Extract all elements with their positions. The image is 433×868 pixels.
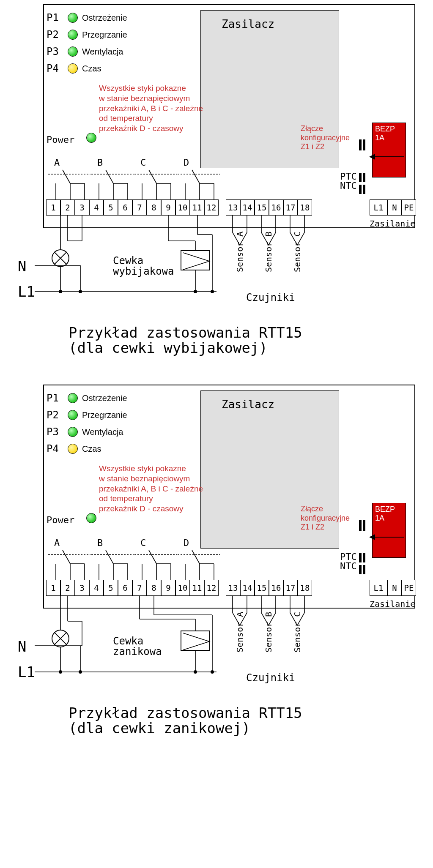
power-led-icon <box>86 513 96 523</box>
terminal: 14 <box>240 580 255 596</box>
terminal: 9 <box>161 580 175 596</box>
terminal: 4 <box>89 580 104 596</box>
config-dip-icon <box>359 520 366 531</box>
terminal: 9 <box>161 199 175 216</box>
fuse-line1: BEZP <box>375 505 403 514</box>
supply-label: Zasilanie <box>370 218 415 229</box>
svg-line-16 <box>149 170 156 183</box>
trip-coil-icon <box>181 250 210 270</box>
terminals-left: 1 2 3 4 5 6 7 8 9 10 11 12 <box>46 580 219 596</box>
lamp-icon <box>52 249 69 267</box>
terminal: 15 <box>255 199 269 216</box>
schematic-2: Zasilacz P1 Ostrzeżenie P2 Przegrzanie P… <box>18 385 415 756</box>
led-p3-label: Wentylacja <box>82 427 123 437</box>
led-id: P4 <box>47 63 63 74</box>
terminal: PE <box>402 199 416 216</box>
diagram-title: Przykład zastosowania RTT15 (dla cewki z… <box>69 706 398 736</box>
device-box: Zasilacz P1 Ostrzeżenie P2 Przegrzanie P… <box>43 385 415 609</box>
terminal: N <box>387 199 402 216</box>
n-label: N <box>18 638 26 655</box>
led-p2-icon <box>68 30 78 40</box>
terminal: 7 <box>132 199 147 216</box>
terminal: PE <box>402 580 416 596</box>
device-box: Zasilacz P1 Ostrzeżenie P2 Przegrzanie P… <box>43 4 415 228</box>
terminal: 5 <box>104 580 118 596</box>
terminal: 12 <box>204 199 219 216</box>
led-p2-label: Przegrzanie <box>82 30 127 40</box>
led-p1-label: Ostrzeżenie <box>82 393 127 403</box>
led-p4-label: Czas <box>82 444 101 454</box>
led-row-p2: P2 Przegrzanie <box>47 409 127 421</box>
svg-line-4 <box>63 170 70 183</box>
led-p3-icon <box>68 427 78 437</box>
led-p1-label: Ostrzeżenie <box>82 13 127 23</box>
fuse-line2: 1A <box>375 514 403 523</box>
svg-point-84 <box>59 670 62 674</box>
terminal: 11 <box>190 199 204 216</box>
relay-d: D <box>178 153 220 199</box>
sensor-a-label: Sensor A <box>233 612 246 667</box>
terminal: 14 <box>240 199 255 216</box>
led-id: P2 <box>47 409 63 421</box>
terminal: 8 <box>147 580 161 596</box>
l1-label: L1 <box>18 283 35 300</box>
led-row-p1: P1 Ostrzeżenie <box>47 12 127 24</box>
led-id: P3 <box>47 46 63 57</box>
svg-point-85 <box>194 670 197 674</box>
trip-coil-icon <box>181 631 210 651</box>
relay-c: C <box>134 533 177 580</box>
l1-label: L1 <box>18 663 35 680</box>
terminal: 13 <box>226 580 240 596</box>
terminals-right: L1 N PE <box>370 580 416 596</box>
terminal: 5 <box>104 199 118 216</box>
svg-line-53 <box>106 550 113 564</box>
sensor-b-label: Sensor B <box>262 232 275 287</box>
terminal: N <box>387 580 402 596</box>
config-label: Złącze konfiguracyjne Z1 i Z2 <box>301 124 356 152</box>
terminal: 10 <box>175 580 190 596</box>
terminal: L1 <box>370 199 387 216</box>
sensor-c-label: Sensor C <box>291 612 304 667</box>
svg-point-40 <box>59 290 62 293</box>
power-label: Power <box>47 515 74 525</box>
power-label: Power <box>47 134 74 145</box>
led-id: P2 <box>47 29 63 41</box>
led-id: P1 <box>47 12 63 24</box>
sensors-label: Czujniki <box>246 292 295 303</box>
terminal: 2 <box>60 199 75 216</box>
led-id: P1 <box>47 392 63 404</box>
led-p4-icon <box>68 444 78 454</box>
info-text: Wszystkie styki pokazne w stanie beznapi… <box>99 83 217 134</box>
fuse-line1: BEZP <box>375 125 403 134</box>
terminal: 18 <box>298 580 312 596</box>
terminal: 3 <box>75 199 89 216</box>
svg-point-83 <box>79 670 82 674</box>
coil-label: Cewka wybijakowa <box>113 256 174 277</box>
terminal: 1 <box>46 199 60 216</box>
sensor-c-label: Sensor C <box>291 232 304 287</box>
svg-point-39 <box>79 290 82 293</box>
relay-b: B <box>91 533 134 580</box>
led-p2-label: Przegrzanie <box>82 410 127 420</box>
sensors-label: Czujniki <box>246 672 295 684</box>
relay-d: D <box>178 533 220 580</box>
svg-point-42 <box>211 290 214 293</box>
ptc-dip-icon <box>359 553 366 562</box>
config-label: Złącze konfiguracyjne Z1 i Z2 <box>301 505 356 532</box>
led-row-p4: P4 Czas <box>47 63 101 74</box>
terminal: 3 <box>75 580 89 596</box>
coil-label: Cewka zanikowa <box>113 636 162 657</box>
terminal: 8 <box>147 199 161 216</box>
fuse: BEZP 1A <box>372 503 406 558</box>
terminal: 17 <box>283 199 298 216</box>
terminal: 13 <box>226 199 240 216</box>
terminal: 16 <box>269 580 283 596</box>
diagram-title: Przykład zastosowania RTT15 (dla cewki w… <box>69 325 398 355</box>
ptc-dip-icon <box>359 173 366 182</box>
svg-line-59 <box>149 550 156 564</box>
terminal: 10 <box>175 199 190 216</box>
terminal: 16 <box>269 199 283 216</box>
terminal: 18 <box>298 199 312 216</box>
relay-a: A <box>48 153 90 199</box>
power-led-icon <box>86 133 96 143</box>
